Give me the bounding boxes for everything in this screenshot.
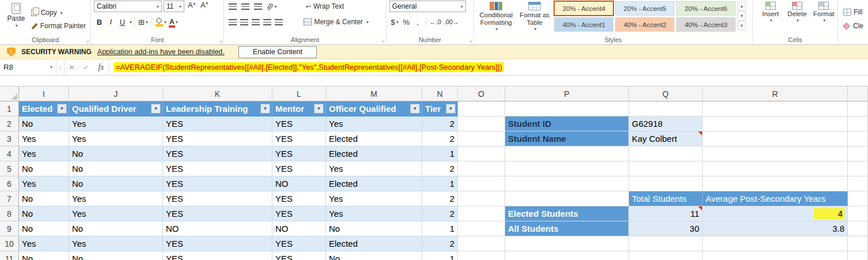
- addins-disabled-link[interactable]: Application add-ins have been disabled.: [97, 48, 225, 56]
- cell-j7[interactable]: Yes: [69, 191, 163, 206]
- cell-all-average[interactable]: 3.8: [703, 221, 848, 236]
- cell-k4[interactable]: YES: [163, 146, 272, 161]
- enable-content-button[interactable]: Enable Content: [238, 46, 317, 58]
- cell-q1[interactable]: [629, 101, 703, 116]
- number-format-combobox[interactable]: General▾: [389, 1, 466, 12]
- cell-student-id-value[interactable]: G62918: [629, 116, 703, 131]
- insert-function-button[interactable]: fx: [93, 59, 109, 75]
- cell-i10[interactable]: Yes: [19, 236, 69, 251]
- cell-o3[interactable]: [458, 131, 505, 146]
- cancel-button[interactable]: ✕: [65, 59, 79, 75]
- column-header-j[interactable]: J: [69, 86, 163, 101]
- row-header-10[interactable]: 10: [0, 236, 19, 251]
- cell-n4[interactable]: 1: [422, 146, 458, 161]
- cell-k11[interactable]: YES: [163, 251, 272, 260]
- cell-m7[interactable]: Yes: [326, 191, 422, 206]
- cell-n10[interactable]: 2: [422, 236, 458, 251]
- top-align-button[interactable]: [227, 1, 238, 12]
- decrease-decimal-button[interactable]: .00→: [443, 16, 460, 28]
- cell-n11[interactable]: 1: [422, 251, 458, 260]
- bold-button[interactable]: B: [94, 16, 105, 28]
- clear-button[interactable]: Cle: [842, 20, 865, 32]
- cell-style-40-accent2[interactable]: 40% - Accent2: [615, 17, 674, 32]
- cell-q10[interactable]: [629, 236, 703, 251]
- decrease-font-size-button[interactable]: A▾: [199, 1, 210, 12]
- row-header-8[interactable]: 8: [0, 206, 19, 221]
- cell-q11[interactable]: [629, 251, 703, 260]
- cell-i3[interactable]: Yes: [19, 131, 69, 146]
- cell-l7[interactable]: YES: [272, 191, 326, 206]
- cell-i11[interactable]: No: [19, 251, 69, 260]
- cell-i9[interactable]: No: [19, 221, 69, 236]
- table-header-qualified-driver[interactable]: Qualified Driver▼: [69, 101, 163, 116]
- row-header-9[interactable]: 9: [0, 221, 19, 236]
- cell-l6[interactable]: NO: [272, 176, 326, 191]
- cell-r6[interactable]: [703, 176, 848, 191]
- cell-i2[interactable]: No: [19, 116, 69, 131]
- row-header-6[interactable]: 6: [0, 176, 19, 191]
- cell-j9[interactable]: No: [69, 221, 163, 236]
- formula-bar-handle[interactable]: ⋮: [56, 59, 65, 75]
- gallery-more-button[interactable]: ▾: [737, 21, 746, 31]
- paste-button[interactable]: Paste ▾: [3, 1, 29, 35]
- cell-style-20-accent5[interactable]: 20% - Accent5: [615, 1, 674, 16]
- row-header-1[interactable]: 1: [0, 101, 19, 116]
- cell-r1[interactable]: [703, 101, 848, 116]
- table-header-officer-qualified[interactable]: Officer Qualified▼: [326, 101, 422, 116]
- cell-all-students-label[interactable]: All Students: [505, 221, 629, 236]
- wrap-text-button[interactable]: ↩Wrap Text: [304, 1, 346, 12]
- cell-j10[interactable]: Yes: [69, 236, 163, 251]
- cell-i5[interactable]: No: [19, 161, 69, 176]
- cell-l9[interactable]: NO: [272, 221, 326, 236]
- column-header-m[interactable]: M: [326, 86, 422, 101]
- cell-o8[interactable]: [458, 206, 505, 221]
- cell-r5[interactable]: [703, 161, 848, 176]
- cell-o1[interactable]: [458, 101, 505, 116]
- cell-k9[interactable]: NO: [163, 221, 272, 236]
- cell-style-40-accent1[interactable]: 40% - Accent1: [554, 17, 613, 32]
- cell-l4[interactable]: YES: [272, 146, 326, 161]
- cell-extra[interactable]: [848, 206, 868, 221]
- cell-o11[interactable]: [458, 251, 505, 260]
- cell-q5[interactable]: [629, 161, 703, 176]
- cell-l11[interactable]: YES: [272, 251, 326, 260]
- cell-style-40-accent3[interactable]: 40% - Accent3: [676, 17, 736, 32]
- cell-elected-students-label[interactable]: Elected Students: [505, 206, 629, 221]
- row-header-3[interactable]: 3: [0, 131, 19, 146]
- align-left-button[interactable]: [227, 16, 238, 28]
- column-header-o[interactable]: O: [458, 86, 505, 101]
- cell-p11[interactable]: [505, 251, 629, 260]
- cell-j4[interactable]: No: [69, 146, 163, 161]
- cell-m5[interactable]: Yes: [326, 161, 422, 176]
- cell-all-total[interactable]: 30: [629, 221, 703, 236]
- filter-dropdown-icon[interactable]: ▼: [410, 104, 420, 114]
- cell-extra[interactable]: [848, 251, 868, 260]
- delete-cells-button[interactable]: Delete ▾: [786, 1, 808, 35]
- cell-k5[interactable]: YES: [163, 161, 272, 176]
- row-header-7[interactable]: 7: [0, 191, 19, 206]
- cell-n2[interactable]: 2: [422, 116, 458, 131]
- percent-style-button[interactable]: %: [401, 16, 412, 28]
- bottom-align-button[interactable]: [252, 1, 263, 12]
- cell-r2[interactable]: [703, 116, 848, 131]
- cell-i6[interactable]: Yes: [19, 176, 69, 191]
- row-header-5[interactable]: 5: [0, 161, 19, 176]
- dialog-launcher-icon[interactable]: ⌟: [469, 37, 472, 43]
- underline-button[interactable]: U: [117, 16, 128, 28]
- cell-n7[interactable]: 2: [422, 191, 458, 206]
- column-header-n[interactable]: N: [422, 86, 458, 101]
- column-header-p[interactable]: P: [505, 86, 629, 101]
- merge-center-button[interactable]: Merge & Center▾: [302, 16, 370, 28]
- cell-total-students-header[interactable]: Total Students: [629, 191, 703, 206]
- cell-l5[interactable]: YES: [272, 161, 326, 176]
- font-name-combobox[interactable]: Calibri▾: [94, 1, 162, 12]
- cell-extra[interactable]: [848, 161, 868, 176]
- table-header-elected[interactable]: Elected▼: [19, 101, 69, 116]
- gallery-scroll-up-button[interactable]: ▴: [737, 1, 746, 11]
- insert-cells-button[interactable]: Insert ▾: [760, 1, 781, 35]
- comma-style-button[interactable]: ,: [412, 16, 423, 28]
- enter-button[interactable]: ✓: [79, 59, 93, 75]
- cell-p7[interactable]: [505, 191, 629, 206]
- cell-elected-total[interactable]: 11: [629, 206, 703, 221]
- row-header-2[interactable]: 2: [0, 116, 19, 131]
